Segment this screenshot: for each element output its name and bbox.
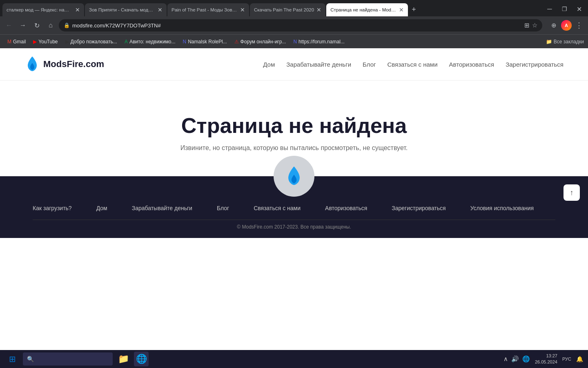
tab-title: Скачать Pain The Past 2020 bbox=[254, 7, 314, 12]
system-clock[interactable]: 13:27 26.05.2024 bbox=[535, 353, 557, 366]
site-nav: ДомЗарабатывайте деньгиБлогСвязаться с н… bbox=[263, 61, 564, 68]
back-button[interactable]: ← bbox=[3, 20, 15, 31]
bookmark-label: https://forum.namal... bbox=[298, 39, 345, 45]
chrome-menu-button[interactable]: ⋮ bbox=[573, 20, 585, 31]
bookmark-favicon: ⚠ bbox=[234, 39, 239, 45]
bookmark-item[interactable]: ▶Добро пожаловать... bbox=[62, 38, 120, 46]
taskbar-app-chrome[interactable]: 🌐 bbox=[134, 352, 149, 366]
clock-date: 26.05.2024 bbox=[535, 359, 557, 365]
site-logo[interactable]: ModsFire.com bbox=[24, 56, 104, 73]
new-tab-button[interactable]: + bbox=[408, 3, 419, 16]
address-text[interactable]: modsfire.com/K72W7Y7DOTwP3TN# bbox=[72, 22, 522, 29]
footer-link[interactable]: Зарабатывайте деньги bbox=[132, 205, 192, 211]
site-nav-link[interactable]: Зарегистрироваться bbox=[506, 61, 564, 68]
site-nav-link[interactable]: Связаться с нами bbox=[387, 61, 437, 68]
bookmarks-folder-label: Все закладки bbox=[554, 39, 584, 45]
error-title: Страница не найдена bbox=[181, 113, 407, 138]
chevron-tray-icon[interactable]: ∧ bbox=[503, 355, 508, 363]
bookmark-label: Авито: недвижимо... bbox=[129, 39, 176, 45]
bookmark-item[interactable]: MGmail bbox=[4, 38, 29, 46]
footer-link[interactable]: Как загрузить? bbox=[33, 205, 72, 211]
bookmark-star-icon[interactable]: ☆ bbox=[532, 22, 537, 29]
taskbar-search-icon: 🔍 bbox=[27, 356, 34, 362]
forward-button[interactable]: → bbox=[17, 20, 29, 31]
taskbar-app-explorer[interactable]: 📁 bbox=[116, 352, 131, 366]
taskbar: ⊞ 🔍 📁 🌐 ∧ 🔊 🌐 13:27 26.05.2024 РУС 🔔 bbox=[0, 350, 588, 368]
footer-link[interactable]: Авторизоваться bbox=[325, 205, 367, 211]
bookmark-item[interactable]: ▶YouTube bbox=[30, 38, 61, 46]
footer-copyright: © ModsFire.com 2017-2023. Все права защи… bbox=[33, 220, 555, 238]
footer-link[interactable]: Дом bbox=[96, 205, 107, 211]
locale-indicator: РУС bbox=[562, 357, 571, 361]
system-tray: ∧ 🔊 🌐 bbox=[503, 355, 530, 363]
footer-link[interactable]: Условия использования bbox=[470, 205, 534, 211]
tab-title: Pain of The Past - Моды Зов П... bbox=[172, 7, 238, 12]
clock-time: 13:27 bbox=[535, 353, 557, 359]
volume-icon[interactable]: 🔊 bbox=[511, 355, 519, 363]
tab-close-icon[interactable]: ✕ bbox=[316, 7, 321, 13]
tab-bar: сталкер мод — Яндекс: нашл...✕Зов Припят… bbox=[0, 0, 588, 16]
site-header: ModsFire.com ДомЗарабатывайте деньгиБлог… bbox=[0, 48, 588, 81]
footer-link[interactable]: Связаться с нами bbox=[254, 205, 301, 211]
bookmark-label: Namalsk RolePl... bbox=[188, 39, 227, 45]
close-window-button[interactable]: ✕ bbox=[573, 3, 585, 15]
tab-title: Зов Припяти - Скачать моды ... bbox=[89, 7, 155, 12]
tab-tab5[interactable]: Страница не найдена - Mods...✕ bbox=[326, 3, 408, 16]
tab-close-icon[interactable]: ✕ bbox=[158, 7, 163, 13]
bookmark-item[interactable]: Nhttps://forum.namal... bbox=[290, 38, 347, 46]
logo-flame-icon bbox=[24, 56, 40, 73]
bookmark-favicon: M bbox=[7, 39, 11, 45]
notifications-icon[interactable]: 🔔 bbox=[576, 356, 583, 362]
tab-tab2[interactable]: Зов Припяти - Скачать моды ...✕ bbox=[85, 3, 167, 16]
site-nav-link[interactable]: Блог bbox=[363, 61, 376, 68]
extensions-button[interactable]: ⊕ bbox=[548, 20, 559, 31]
footer-logo-circle bbox=[274, 156, 314, 197]
taskbar-right: ∧ 🔊 🌐 13:27 26.05.2024 РУС 🔔 bbox=[503, 353, 583, 366]
browser-chrome: сталкер мод — Яндекс: нашл...✕Зов Припят… bbox=[0, 0, 588, 48]
footer-link[interactable]: Зарегистрироваться bbox=[392, 205, 445, 211]
reload-button[interactable]: ↻ bbox=[31, 20, 42, 31]
bookmark-label: Добро пожаловать... bbox=[71, 39, 117, 45]
home-button[interactable]: ⌂ bbox=[45, 20, 56, 31]
footer-logo-wrap bbox=[274, 156, 314, 197]
windows-start-button[interactable]: ⊞ bbox=[5, 352, 20, 366]
footer-link[interactable]: Блог bbox=[217, 205, 229, 211]
error-subtitle: Извините, но страница, которую вы пытали… bbox=[180, 144, 408, 152]
bookmark-favicon: ▶ bbox=[65, 39, 69, 45]
bookmark-label: Gmail bbox=[13, 39, 26, 45]
scroll-top-button[interactable]: ↑ bbox=[564, 184, 580, 201]
windows-logo-icon: ⊞ bbox=[9, 354, 16, 364]
tab-close-icon[interactable]: ✕ bbox=[75, 7, 80, 13]
network-icon[interactable]: 🌐 bbox=[522, 355, 530, 363]
bookmarks-bar: MGmail▶YouTube▶Добро пожаловать...ААвито… bbox=[0, 34, 588, 48]
bookmarks-folder-button[interactable]: 📁 Все закладки bbox=[546, 39, 584, 45]
footer-flame-icon bbox=[284, 165, 304, 187]
tab-tab3[interactable]: Pain of The Past - Моды Зов П...✕ bbox=[167, 3, 249, 16]
logo-text: ModsFire.com bbox=[43, 59, 104, 70]
bookmark-item[interactable]: ⚠Форум онлайн-игр... bbox=[231, 38, 290, 46]
bookmark-favicon: N bbox=[183, 39, 187, 45]
tab-close-icon[interactable]: ✕ bbox=[399, 7, 404, 13]
tab-close-icon[interactable]: ✕ bbox=[240, 7, 245, 13]
bookmark-label: Форум онлайн-игр... bbox=[241, 39, 286, 45]
site-footer: Как загрузить?ДомЗарабатывайте деньгиБло… bbox=[0, 176, 588, 238]
bookmark-item[interactable]: NNamalsk RolePl... bbox=[180, 38, 230, 46]
site-nav-link[interactable]: Дом bbox=[263, 61, 275, 68]
tab-tab1[interactable]: сталкер мод — Яндекс: нашл...✕ bbox=[2, 3, 84, 16]
tab-title: Страница не найдена - Mods... bbox=[330, 7, 396, 12]
minimize-button[interactable]: ─ bbox=[544, 3, 555, 15]
translate-icon[interactable]: ⊞ bbox=[524, 22, 530, 29]
bookmark-label: YouTube bbox=[38, 39, 58, 45]
tab-tab4[interactable]: Скачать Pain The Past 2020✕ bbox=[250, 3, 325, 16]
taskbar-search[interactable]: 🔍 bbox=[23, 352, 113, 366]
site-nav-link[interactable]: Авторизоваться bbox=[449, 61, 494, 68]
restore-button[interactable]: ❐ bbox=[559, 3, 570, 15]
address-bar-row: ← → ↻ ⌂ 🔒 modsfire.com/K72W7Y7DOTwP3TN# … bbox=[0, 16, 588, 34]
profile-avatar[interactable]: A bbox=[561, 20, 572, 31]
lock-icon: 🔒 bbox=[64, 22, 70, 28]
site-nav-link[interactable]: Зарабатывайте деньги bbox=[286, 61, 351, 68]
bookmark-item[interactable]: ААвито: недвижимо... bbox=[121, 38, 179, 46]
website-content: ModsFire.com ДомЗарабатывайте деньгиБлог… bbox=[0, 48, 588, 350]
bookmark-favicon: N bbox=[293, 39, 297, 45]
bookmark-favicon: А bbox=[125, 39, 128, 45]
